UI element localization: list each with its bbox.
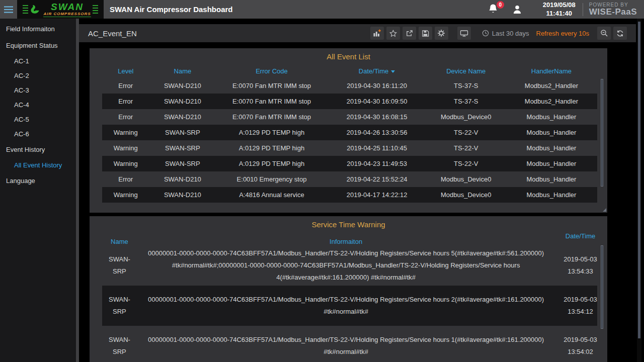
event-cell-device-name: TS-37-S — [426, 98, 505, 105]
column-header-error-code[interactable]: Error Code — [216, 67, 327, 75]
powered-by-brand: POWERED BY WISE-PaaS — [589, 3, 637, 16]
event-cell-error-code: A:0129 PD TEMP high — [216, 129, 327, 136]
event-cell-date-time: 2019-04-26 13:30:56 — [328, 129, 427, 136]
page-scrollbar[interactable] — [637, 19, 641, 362]
page-button-1[interactable]: 1 — [330, 211, 334, 213]
add-panel-button[interactable] — [370, 27, 384, 40]
refresh-button[interactable] — [613, 27, 627, 40]
zoom-out-icon — [600, 29, 608, 37]
event-cell-handlername: Modbus_Handler — [506, 129, 597, 136]
sidebar-item-ac-2[interactable]: AC-2 — [0, 68, 76, 83]
service-column-header-informaiton[interactable]: Informaiton — [137, 238, 555, 245]
event-table-row: WarningSWAN-SRPA:0129 PD TEMP high2019-0… — [102, 125, 597, 140]
logo-brand-text: SWAN — [51, 2, 84, 12]
service-panel-scrollbar[interactable] — [601, 245, 603, 329]
event-table-row: WarningSWAN-D210A:4816 Annual service201… — [102, 187, 597, 203]
refresh-icon — [616, 30, 624, 37]
zoom-out-button[interactable] — [597, 27, 611, 40]
event-cell-error-code: A:4816 Annual service — [216, 191, 327, 199]
column-header-name[interactable]: Name — [149, 67, 216, 75]
event-cell-handlername: Modbus_Handler — [506, 113, 597, 121]
share-icon — [406, 30, 413, 37]
event-cell-date-time: 2019-04-30 16:11:20 — [328, 82, 427, 89]
sidebar-item-all-event-history[interactable]: All Event History — [0, 158, 76, 172]
sidebar-item-ac-6[interactable]: AC-6 — [0, 127, 76, 141]
column-header-device-name[interactable]: Device Name — [426, 67, 505, 75]
event-table-row: WarningSWAN-SRPA:0129 PD TEMP high2019-0… — [102, 156, 597, 171]
wise-paas-logo-text: WISE-PaaS — [589, 8, 637, 16]
page-button-2[interactable]: 2 — [348, 211, 352, 213]
hamburger-menu-icon[interactable] — [0, 0, 17, 19]
sidebar-item-event-history[interactable]: Event History — [0, 141, 76, 158]
event-table-row: ErrorSWAN-D210E:0070 Fan MTR IMM stop201… — [102, 94, 597, 109]
event-cell-date-time: 2019-04-22 15:52:24 — [328, 175, 427, 183]
sidebar: Field InformaitonEquipment StatusAC-1AC-… — [0, 19, 76, 362]
event-cell-date-time: 2019-04-23 11:49:53 — [328, 160, 427, 167]
column-header-level[interactable]: Level — [102, 67, 149, 75]
time-text: 11:41:40 — [543, 10, 576, 18]
page-button-3[interactable]: 3 — [366, 211, 370, 213]
save-icon — [422, 30, 429, 37]
event-cell-handlername: Modbus_Handler — [506, 191, 597, 199]
sidebar-item-language[interactable]: Language — [0, 172, 76, 189]
settings-gear-icon — [437, 29, 445, 37]
event-cell-device-name: Modbus_Device0 — [426, 175, 505, 183]
event-cell-error-code: A:0129 PD TEMP high — [216, 160, 327, 167]
event-cell-name: SWAN-D210 — [149, 175, 216, 183]
save-button[interactable] — [419, 27, 432, 40]
sidebar-menu: Field InformaitonEquipment StatusAC-1AC-… — [0, 21, 76, 189]
person-icon — [512, 4, 523, 15]
event-cell-level: Error — [102, 113, 149, 121]
event-cell-handlername: Modbus_Handler — [506, 175, 597, 183]
sidebar-item-equipment-status[interactable]: Equipment Status — [0, 37, 76, 54]
column-header-handlername[interactable]: HandlerName — [506, 67, 597, 75]
event-panel-scrollbar[interactable] — [601, 79, 603, 187]
top-navbar: SWAN AIR COMPRESSORS SWAN Air Compressor… — [0, 0, 644, 19]
service-cell-name: SWAN-SRP — [102, 334, 137, 358]
event-cell-level: Warning — [102, 160, 149, 167]
sidebar-item-field-informaiton[interactable]: Field Informaiton — [0, 21, 76, 37]
pagination: 123 — [102, 211, 597, 213]
settings-button[interactable] — [435, 27, 448, 40]
service-column-header-date-time[interactable]: Date/Time — [564, 232, 597, 240]
refresh-interval-label[interactable]: Refresh every 10s — [536, 30, 590, 37]
event-cell-device-name: TS-37-S — [426, 82, 505, 89]
service-table-row: SWAN-SRP00000001-0000-0000-0000-74C63BFF… — [102, 286, 597, 326]
column-header-date-time[interactable]: Date/Time — [328, 67, 427, 75]
tv-mode-button[interactable] — [457, 27, 471, 40]
panel-resize-handle[interactable] — [603, 208, 606, 212]
service-cell-name: SWAN-SRP — [102, 253, 137, 278]
sidebar-item-ac-3[interactable]: AC-3 — [0, 83, 76, 98]
page-scrollbar-thumb[interactable] — [638, 22, 640, 338]
share-button[interactable] — [403, 27, 416, 40]
event-cell-level: Error — [102, 175, 149, 183]
dashboard-name[interactable]: AC_Event_EN — [88, 29, 137, 38]
swan-icon — [30, 4, 42, 16]
logo-sub-text: AIR COMPRESSORS — [43, 12, 91, 17]
service-time-warning-panel: Service Time Warning NameInformaitonDate… — [90, 216, 607, 362]
sidebar-item-ac-5[interactable]: AC-5 — [0, 112, 76, 127]
star-button[interactable] — [386, 27, 400, 40]
swan-logo[interactable]: SWAN AIR COMPRESSORS — [17, 0, 104, 19]
app-title: SWAN Air Compressor Dashboard — [110, 5, 233, 14]
sidebar-item-ac-4[interactable]: AC-4 — [0, 98, 76, 112]
event-table-body: ErrorSWAN-D210E:0070 Fan MTR IMM stop201… — [102, 78, 597, 203]
event-cell-level: Warning — [102, 129, 149, 136]
service-column-header-name[interactable]: Name — [102, 238, 137, 245]
service-cell-name: SWAN-SRP — [102, 294, 137, 318]
event-cell-error-code: E:0070 Fan MTR IMM stop — [216, 113, 327, 121]
logo-stripes-right — [93, 5, 98, 14]
event-cell-error-code: E:0070 Fan MTR IMM stop — [216, 82, 327, 89]
dashboard-root: SWAN AIR COMPRESSORS SWAN Air Compressor… — [0, 0, 644, 362]
user-profile-button[interactable] — [512, 4, 523, 15]
sidebar-item-ac-1[interactable]: AC-1 — [0, 54, 76, 68]
event-cell-handlername: Modbus2_Handler — [506, 82, 597, 89]
service-table-row: SWAN-SRP00000001-0000-0000-0000-74C63BFF… — [102, 326, 597, 362]
notifications-button[interactable]: 0 — [488, 3, 501, 16]
event-cell-name: SWAN-SRP — [149, 129, 216, 136]
service-table-header: NameInformaitonDate/Time — [102, 232, 597, 245]
service-cell-datetime: 2019-05-03 13:54:02 — [564, 334, 597, 358]
time-range-picker[interactable]: Last 30 days — [482, 30, 529, 37]
all-event-list-panel: All Event List LevelNameError CodeDate/T… — [90, 48, 607, 213]
sidebar-scrollbar[interactable] — [76, 19, 79, 362]
